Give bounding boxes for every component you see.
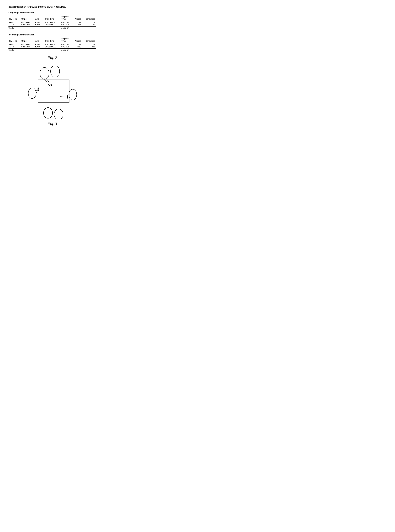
svg-point-4: [69, 89, 77, 100]
incoming-row1-words: 142 5519: [73, 43, 82, 49]
incoming-row1-owner: Bill Jones Sue Smith: [21, 43, 35, 49]
page-title: Social Interaction for Device ID SI001, …: [8, 6, 96, 8]
outgoing-col-device-id: Device ID: [8, 15, 21, 21]
incoming-col-start-time: Start Time: [45, 37, 61, 43]
outgoing-col-sentences: Sentences: [82, 15, 96, 21]
incoming-col-elapsed: Elapsed Time: [61, 37, 73, 43]
outgoing-row1-sentences: 3 62: [82, 21, 96, 27]
incoming-table: Device ID Owner Date Start Time Elapsed …: [8, 37, 96, 52]
svg-point-3: [28, 88, 36, 98]
incoming-col-device-id: Device ID: [8, 37, 21, 43]
svg-marker-9: [49, 85, 50, 87]
outgoing-row1-start-time: 8:36:04 AM 10:31:37 AM: [45, 21, 61, 27]
outgoing-totals-row: Totals 00:28:13: [8, 27, 96, 30]
outgoing-col-start-time: Start Time: [45, 15, 61, 21]
outgoing-col-elapsed: Elapsed Time: [61, 15, 73, 21]
incoming-row1-date: 10/5/97 10/5/97: [35, 43, 45, 49]
outgoing-row1-words: 27 1231: [73, 21, 82, 27]
incoming-totals-row: Totals 00:28:13: [8, 49, 96, 52]
outgoing-row1-elapsed: 00:01:12 00:27:01: [61, 21, 73, 27]
outgoing-row1-device-id: SI002 SI132: [8, 21, 21, 27]
incoming-row1-device-id: SI002 SI132: [8, 43, 21, 49]
svg-marker-15: [67, 97, 69, 98]
outgoing-totals-elapsed: 00:28:13: [61, 27, 73, 30]
incoming-row1-elapsed: 00:01:12 00:27:01: [61, 43, 73, 49]
svg-marker-11: [50, 84, 52, 86]
outgoing-section-title: Outgoing Communication: [8, 11, 96, 14]
fig2-caption: Fig. 2: [8, 55, 96, 60]
fig3-caption: Fig. 3: [8, 122, 96, 126]
outgoing-col-words: Words: [73, 15, 82, 21]
fig3-diagram: [8, 66, 96, 119]
svg-point-6: [54, 109, 63, 119]
outgoing-totals-label: Totals: [8, 27, 21, 30]
svg-rect-0: [38, 80, 69, 102]
incoming-totals-elapsed: 00:28:13: [61, 49, 73, 52]
incoming-col-words: Words: [73, 37, 82, 43]
incoming-section-title: Incoming Communication: [8, 33, 96, 36]
incoming-col-sentences: Sentences: [82, 37, 96, 43]
incoming-totals-label: Totals: [8, 49, 21, 52]
outgoing-col-date: Date: [35, 15, 45, 21]
svg-point-5: [44, 108, 53, 118]
incoming-col-date: Date: [35, 37, 45, 43]
outgoing-row-1: SI002 SI132 Bill Jones Sue Smith 10/5/97…: [8, 21, 96, 27]
incoming-row-1: SI002 SI132 Bill Jones Sue Smith 10/5/97…: [8, 43, 96, 49]
incoming-row1-sentences: 12 368: [82, 43, 96, 49]
svg-marker-13: [67, 95, 69, 97]
outgoing-row1-date: 10/5/97 10/5/97: [35, 21, 45, 27]
incoming-row1-start-time: 8:36:04 AM 10:31:37 AM: [45, 43, 61, 49]
incoming-col-owner: Owner: [21, 37, 35, 43]
outgoing-row1-owner: Bill Jones Sue Smith: [21, 21, 35, 27]
outgoing-col-owner: Owner: [21, 15, 35, 21]
svg-point-1: [40, 67, 49, 79]
outgoing-table: Device ID Owner Date Start Time Elapsed …: [8, 15, 96, 30]
svg-point-2: [50, 66, 60, 77]
